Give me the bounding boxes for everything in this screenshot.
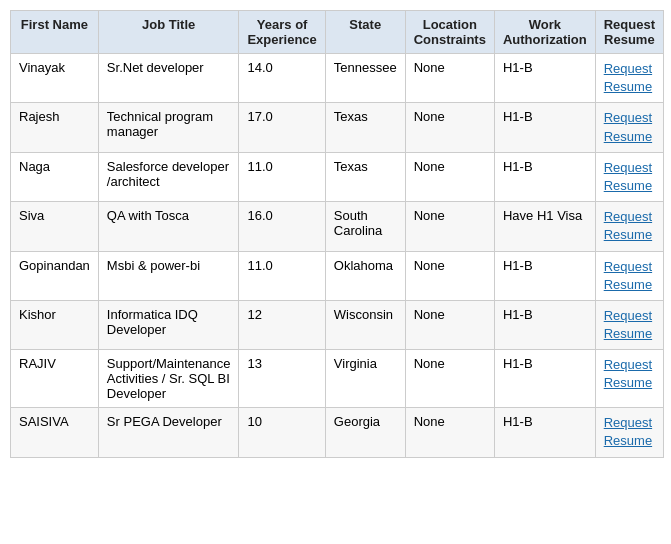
request-resume-link[interactable]: RequestResume (604, 414, 655, 450)
cell-jobtitle: Informatica IDQ Developer (98, 300, 239, 349)
cell-resume[interactable]: RequestResume (595, 54, 663, 103)
cell-years: 12 (239, 300, 325, 349)
table-row: VinayakSr.Net developer14.0TennesseeNone… (11, 54, 664, 103)
cell-state: Virginia (325, 350, 405, 408)
cell-jobtitle: Technical program manager (98, 103, 239, 152)
cell-years: 14.0 (239, 54, 325, 103)
cell-location: None (405, 152, 494, 201)
cell-jobtitle: Sr.Net developer (98, 54, 239, 103)
cell-location: None (405, 408, 494, 457)
table-row: SAISIVASr PEGA Developer10GeorgiaNoneH1-… (11, 408, 664, 457)
table-row: NagaSalesforce developer /architect11.0T… (11, 152, 664, 201)
cell-firstname: Vinayak (11, 54, 99, 103)
col-header-years: Years of Experience (239, 11, 325, 54)
cell-state: South Carolina (325, 202, 405, 251)
table-row: RAJIVSupport/Maintenance Activities / Sr… (11, 350, 664, 408)
col-header-jobtitle: Job Title (98, 11, 239, 54)
cell-firstname: SAISIVA (11, 408, 99, 457)
cell-state: Wisconsin (325, 300, 405, 349)
request-resume-link[interactable]: RequestResume (604, 307, 655, 343)
cell-firstname: Rajesh (11, 103, 99, 152)
request-resume-link[interactable]: RequestResume (604, 258, 655, 294)
cell-resume[interactable]: RequestResume (595, 152, 663, 201)
cell-location: None (405, 202, 494, 251)
request-resume-link[interactable]: RequestResume (604, 109, 655, 145)
col-header-firstname: First Name (11, 11, 99, 54)
cell-years: 11.0 (239, 152, 325, 201)
request-resume-link[interactable]: RequestResume (604, 356, 655, 392)
cell-jobtitle: Support/Maintenance Activities / Sr. SQL… (98, 350, 239, 408)
cell-location: None (405, 103, 494, 152)
col-header-work: Work Authorization (494, 11, 595, 54)
cell-jobtitle: Sr PEGA Developer (98, 408, 239, 457)
cell-work: H1-B (494, 350, 595, 408)
cell-state: Georgia (325, 408, 405, 457)
cell-resume[interactable]: RequestResume (595, 350, 663, 408)
cell-work: H1-B (494, 408, 595, 457)
table-row: KishorInformatica IDQ Developer12Wiscons… (11, 300, 664, 349)
cell-state: Texas (325, 152, 405, 201)
cell-work: H1-B (494, 251, 595, 300)
cell-resume[interactable]: RequestResume (595, 300, 663, 349)
cell-jobtitle: Salesforce developer /architect (98, 152, 239, 201)
cell-location: None (405, 300, 494, 349)
cell-years: 10 (239, 408, 325, 457)
table-row: SivaQA with Tosca16.0South CarolinaNoneH… (11, 202, 664, 251)
cell-work: H1-B (494, 300, 595, 349)
cell-location: None (405, 54, 494, 103)
cell-years: 13 (239, 350, 325, 408)
cell-firstname: Kishor (11, 300, 99, 349)
cell-resume[interactable]: RequestResume (595, 251, 663, 300)
cell-jobtitle: QA with Tosca (98, 202, 239, 251)
col-header-state: State (325, 11, 405, 54)
cell-work: H1-B (494, 103, 595, 152)
cell-firstname: Naga (11, 152, 99, 201)
cell-years: 16.0 (239, 202, 325, 251)
col-header-resume: Request Resume (595, 11, 663, 54)
table-row: GopinandanMsbi & power-bi11.0OklahomaNon… (11, 251, 664, 300)
cell-firstname: Gopinandan (11, 251, 99, 300)
cell-resume[interactable]: RequestResume (595, 408, 663, 457)
cell-work: H1-B (494, 54, 595, 103)
col-header-location: Location Constraints (405, 11, 494, 54)
cell-years: 17.0 (239, 103, 325, 152)
cell-location: None (405, 251, 494, 300)
cell-jobtitle: Msbi & power-bi (98, 251, 239, 300)
cell-state: Tennessee (325, 54, 405, 103)
cell-work: Have H1 Visa (494, 202, 595, 251)
table-row: RajeshTechnical program manager17.0Texas… (11, 103, 664, 152)
request-resume-link[interactable]: RequestResume (604, 159, 655, 195)
cell-resume[interactable]: RequestResume (595, 202, 663, 251)
request-resume-link[interactable]: RequestResume (604, 208, 655, 244)
cell-years: 11.0 (239, 251, 325, 300)
cell-state: Oklahoma (325, 251, 405, 300)
request-resume-link[interactable]: RequestResume (604, 60, 655, 96)
cell-firstname: Siva (11, 202, 99, 251)
cell-resume[interactable]: RequestResume (595, 103, 663, 152)
cell-work: H1-B (494, 152, 595, 201)
candidates-table: First Name Job Title Years of Experience… (10, 10, 664, 458)
cell-location: None (405, 350, 494, 408)
cell-firstname: RAJIV (11, 350, 99, 408)
cell-state: Texas (325, 103, 405, 152)
